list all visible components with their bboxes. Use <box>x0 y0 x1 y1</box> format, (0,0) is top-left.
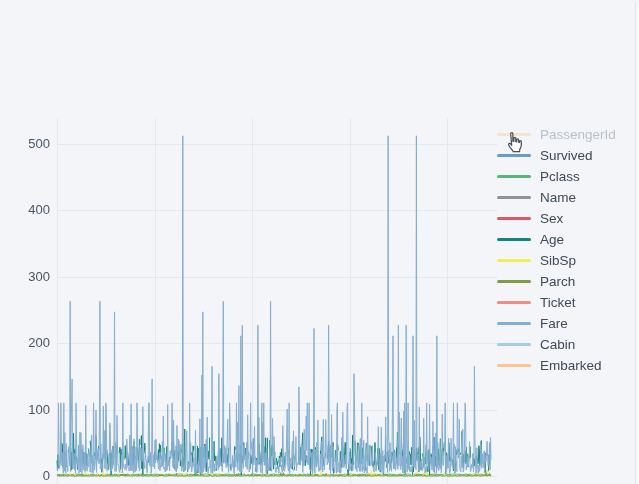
legend-label: Pclass <box>540 169 580 184</box>
legend-line-swatch <box>497 175 531 178</box>
legend-item-survived[interactable]: Survived <box>497 145 616 166</box>
y-tick-label: 500 <box>8 135 50 153</box>
legend-line-swatch <box>497 238 531 241</box>
legend-label: Cabin <box>540 337 575 352</box>
legend-item-fare[interactable]: Fare <box>497 313 616 334</box>
legend-label: Age <box>540 232 564 247</box>
legend-line-swatch <box>497 154 531 157</box>
legend-item-pclass[interactable]: Pclass <box>497 166 616 187</box>
legend-item-ticket[interactable]: Ticket <box>497 292 616 313</box>
y-tick-label: 300 <box>8 268 50 286</box>
y-tick-label: 0 <box>8 467 50 484</box>
legend-label: Embarked <box>540 358 602 373</box>
legend-item-embarked[interactable]: Embarked <box>497 355 616 376</box>
y-tick-label: 400 <box>8 201 50 219</box>
plotly-figure: 0100200300400500 PassengerIdSurvivedPcla… <box>0 0 639 484</box>
legend-item-age[interactable]: Age <box>497 229 616 250</box>
legend-label: Sex <box>540 211 563 226</box>
scrollbar-track[interactable] <box>635 2 639 484</box>
legend-label: Name <box>540 190 576 205</box>
legend-item-sibsp[interactable]: SibSp <box>497 250 616 271</box>
legend-line-swatch <box>497 259 531 262</box>
legend-line-swatch <box>497 364 531 367</box>
legend-item-passengerid[interactable]: PassengerId <box>497 124 616 145</box>
y-tick-label: 200 <box>8 334 50 352</box>
legend-item-cabin[interactable]: Cabin <box>497 334 616 355</box>
legend-line-swatch <box>497 280 531 283</box>
legend-line-swatch <box>497 301 531 304</box>
legend-label: Survived <box>540 148 593 163</box>
legend-label: SibSp <box>540 253 576 268</box>
legend-label: PassengerId <box>540 127 616 142</box>
legend-line-swatch <box>497 343 531 346</box>
legend-line-swatch <box>497 217 531 220</box>
legend-item-name[interactable]: Name <box>497 187 616 208</box>
legend-item-parch[interactable]: Parch <box>497 271 616 292</box>
legend-label: Parch <box>540 274 575 289</box>
legend-line-swatch <box>497 133 531 136</box>
chart-legend: PassengerIdSurvivedPclassNameSexAgeSibSp… <box>497 124 616 376</box>
legend-line-swatch <box>497 196 531 199</box>
y-tick-label: 100 <box>8 401 50 419</box>
legend-label: Ticket <box>540 295 576 310</box>
legend-label: Fare <box>540 316 568 331</box>
legend-line-swatch <box>497 322 531 325</box>
legend-item-sex[interactable]: Sex <box>497 208 616 229</box>
